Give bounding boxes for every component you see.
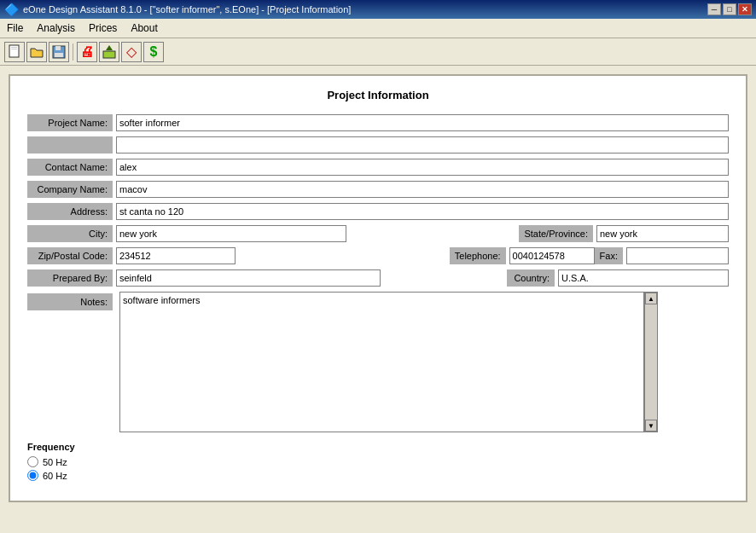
diamond-button[interactable]: ◇ [121, 42, 142, 62]
app-icon: 🔷 [4, 3, 19, 16]
address-row: Address: [27, 203, 729, 220]
print-button[interactable]: 🖨 [77, 42, 97, 62]
menu-about[interactable]: About [124, 20, 164, 36]
notes-scrollbar[interactable]: ▲ ▼ [644, 292, 658, 432]
minimize-button[interactable]: ─ [707, 3, 721, 15]
zip-label: Zip/Postal Code: [27, 247, 113, 264]
city-input[interactable] [116, 225, 346, 242]
zip-input[interactable] [116, 247, 236, 264]
save-button[interactable] [49, 42, 69, 62]
svg-rect-2 [11, 49, 17, 49]
contact-name-label: Contact Name: [27, 159, 113, 176]
scroll-up-arrow[interactable]: ▲ [645, 293, 657, 304]
menu-file[interactable]: File [0, 20, 30, 36]
maximize-button[interactable]: □ [723, 3, 736, 15]
prepared-by-label: Prepared By: [27, 269, 113, 287]
country-input[interactable] [558, 269, 729, 287]
zip-tel-fax-row: Zip/Postal Code: Telephone: Fax: [27, 247, 729, 264]
telephone-input[interactable] [509, 247, 595, 264]
project-name-label: Project Name: [27, 114, 113, 131]
menu-analysis[interactable]: Analysis [30, 20, 82, 36]
notes-section: Notes: software informers ▲ ▼ [27, 292, 729, 432]
svg-rect-6 [103, 51, 115, 58]
frequency-50hz-radio[interactable] [27, 456, 38, 467]
menu-bar: File Analysis Prices About [0, 19, 756, 38]
city-state-row: City: State/Province: [27, 225, 729, 242]
frequency-title: Frequency [27, 442, 729, 452]
menu-prices[interactable]: Prices [82, 20, 124, 36]
export-button[interactable] [99, 42, 119, 62]
form-title: Project Information [27, 89, 729, 101]
frequency-50hz-label: 50 Hz [43, 457, 67, 467]
address-label: Address: [27, 203, 113, 220]
company-name-input[interactable] [116, 181, 729, 198]
open-button[interactable] [26, 42, 47, 62]
main-area: Project Information Project Name: Contac… [0, 66, 756, 511]
svg-rect-1 [11, 47, 17, 48]
frequency-60hz-radio[interactable] [27, 470, 38, 481]
scroll-down-arrow[interactable]: ▼ [645, 420, 657, 432]
fax-input[interactable] [626, 247, 729, 264]
dollar-button[interactable]: $ [143, 42, 164, 62]
address-input[interactable] [116, 203, 729, 220]
svg-rect-4 [55, 46, 61, 50]
new-button[interactable] [4, 42, 25, 62]
frequency-60hz-label: 60 Hz [43, 471, 67, 481]
frequency-60hz-row: 60 Hz [27, 470, 729, 481]
state-label: State/Province: [519, 225, 593, 242]
telephone-label: Telephone: [450, 247, 506, 264]
notes-label: Notes: [27, 293, 113, 310]
project-name-input2[interactable] [116, 136, 729, 154]
company-name-row: Company Name: [27, 181, 729, 198]
project-name-row1: Project Name: [27, 114, 729, 131]
prepared-by-input[interactable] [116, 269, 381, 287]
close-button[interactable]: ✕ [738, 3, 752, 15]
contact-name-input[interactable] [116, 159, 729, 176]
title-bar: 🔷 eOne Design Assistant 8.1.0 - ["softer… [0, 0, 756, 19]
project-name-row2 [27, 136, 729, 154]
prepared-country-row: Prepared By: Country: [27, 269, 729, 287]
city-label: City: [27, 225, 113, 242]
contact-name-row: Contact Name: [27, 159, 729, 176]
fax-label: Fax: [595, 247, 623, 264]
svg-marker-7 [106, 45, 113, 50]
toolbar: 🖨 ◇ $ [0, 38, 756, 66]
frequency-section: Frequency 50 Hz 60 Hz [27, 437, 729, 488]
spacer-label [27, 136, 113, 154]
country-label: Country: [507, 269, 555, 287]
notes-textarea[interactable]: software informers [119, 292, 644, 432]
frequency-50hz-row: 50 Hz [27, 456, 729, 467]
company-name-label: Company Name: [27, 181, 113, 198]
form-panel: Project Information Project Name: Contac… [9, 74, 747, 502]
state-input[interactable] [596, 225, 729, 242]
window-title: eOne Design Assistant 8.1.0 - ["softer i… [23, 4, 351, 14]
project-name-input[interactable] [116, 114, 729, 131]
svg-rect-5 [55, 53, 63, 57]
